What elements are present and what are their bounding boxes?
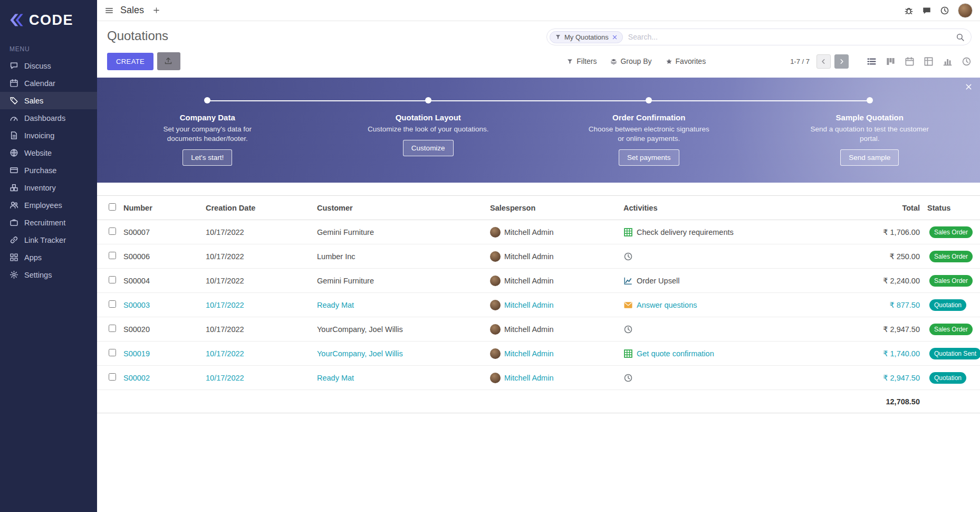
user-avatar[interactable] [958,3,973,18]
row-checkbox[interactable] [109,325,116,332]
clock-activity-icon[interactable] [623,325,633,334]
view-kanban-button[interactable] [886,56,896,67]
pager-next-button[interactable] [834,54,849,69]
column-header-salesperson[interactable]: Salesperson [488,196,621,220]
view-list-button[interactable] [867,56,877,67]
step-button[interactable]: Let's start! [182,149,232,166]
control-panel: Quotations My Quotations CREATE Filte [97,21,980,70]
activity-cell: Check delivery requirements [621,220,843,244]
spreadsheet-activity-icon[interactable] [623,227,633,237]
export-button[interactable] [157,52,180,70]
activity[interactable]: Order Upsell [623,276,679,286]
row-checkbox[interactable] [109,373,116,381]
activity-label: Order Upsell [637,277,679,285]
step-button[interactable]: Set payments [619,149,679,166]
customer-name: YourCompany, Joel Willis [315,342,488,366]
select-all-checkbox[interactable] [109,203,116,211]
view-pivot-button[interactable] [924,56,934,67]
row-checkbox[interactable] [109,252,116,259]
create-button[interactable]: CREATE [107,53,153,70]
favorites-button[interactable]: Favorites [666,57,706,65]
sidebar-item-sales[interactable]: Sales [0,92,97,109]
view-switcher [867,56,972,67]
row-checkbox[interactable] [109,349,116,356]
activity[interactable]: Check delivery requirements [623,227,734,237]
creation-date: 10/17/2022 [204,293,315,317]
activity[interactable] [623,325,633,334]
row-select-cell [97,366,121,390]
sidebar-item-apps[interactable]: Apps [0,249,97,266]
sidebar-item-invoicing[interactable]: Invoicing [0,127,97,144]
activity[interactable]: Answer questions [623,300,697,310]
messages-icon[interactable] [922,6,931,15]
search-facet[interactable]: My Quotations [550,31,623,43]
step-button[interactable]: Customize [403,140,454,156]
table-row[interactable]: S0002010/17/2022YourCompany, Joel Willis… [97,317,980,342]
sidebar-item-website[interactable]: Website [0,144,97,162]
column-header-customer[interactable]: Customer [315,196,488,220]
plus-icon[interactable] [152,6,160,14]
search-icon[interactable] [956,33,965,42]
sidebar-item-employees[interactable]: Employees [0,196,97,214]
table-row[interactable]: S0000610/17/2022Lumber IncMitchell Admin… [97,244,980,269]
salesperson: Mitchell Admin [490,251,553,262]
banner-close-icon[interactable] [965,83,973,91]
sidebar-item-inventory[interactable]: Inventory [0,179,97,196]
table-row[interactable]: S0000210/17/2022Ready MatMitchell Admin₹… [97,366,980,390]
active-app-name[interactable]: Sales [120,5,144,16]
view-activity-button[interactable] [962,56,972,67]
column-header-status[interactable]: Status [925,196,980,220]
clock-activity-icon[interactable] [623,252,633,261]
view-calendar-button[interactable] [905,56,915,67]
step-title: Quotation Layout [318,113,539,122]
activity[interactable] [623,252,633,261]
table-row[interactable]: S0000710/17/2022Gemini FurnitureMitchell… [97,220,980,244]
sidebar-item-recruitment[interactable]: Recruitment [0,214,97,231]
funnel-icon [566,58,573,65]
facet-remove-icon[interactable] [612,34,618,40]
pager-previous-button[interactable] [816,54,831,69]
chart-activity-icon[interactable] [623,276,633,286]
upload-icon [164,56,174,66]
table-row[interactable]: S0000310/17/2022Ready MatMitchell AdminA… [97,293,980,317]
step-button[interactable]: Send sample [840,149,899,166]
column-header-number[interactable]: Number [121,196,204,220]
sidebar-item-settings[interactable]: Settings [0,266,97,283]
website-icon [9,148,18,157]
activity[interactable]: Get quote confirmation [623,349,714,358]
debug-icon[interactable] [904,6,914,15]
sidebar-item-dashboards[interactable]: Dashboards [0,109,97,127]
topbar-right [904,3,973,18]
view-graph-button[interactable] [943,56,953,67]
sidebar-item-purchase[interactable]: Purchase [0,162,97,179]
app-logo[interactable]: CODE [0,0,97,40]
table-row[interactable]: S0001910/17/2022YourCompany, Joel Willis… [97,342,980,366]
table-row[interactable]: S0000410/17/2022Gemini FurnitureMitchell… [97,269,980,293]
sidebar-nav: DiscussCalendarSalesDashboardsInvoicingW… [0,57,97,283]
envelope-activity-icon[interactable] [623,300,633,310]
sidebar-item-discuss[interactable]: Discuss [0,57,97,74]
spreadsheet-activity-icon[interactable] [623,349,633,358]
salesperson-cell: Mitchell Admin [488,366,621,390]
sidebar-item-link-tracker[interactable]: Link Tracker [0,231,97,249]
column-header-date[interactable]: Creation Date [204,196,315,220]
inventory-icon [9,183,18,192]
sidebar-item-calendar[interactable]: Calendar [0,74,97,92]
row-checkbox[interactable] [109,276,116,283]
group-by-button[interactable]: Group By [610,57,651,65]
purchase-icon [9,166,18,175]
menu-toggle-icon[interactable] [104,6,114,15]
column-header-total[interactable]: Total [843,196,925,220]
step-description: Choose between electronic signatures or … [588,125,709,144]
row-checkbox[interactable] [109,227,116,235]
clock-activity-icon[interactable] [623,373,633,383]
activity[interactable] [623,373,633,383]
search-box[interactable]: My Quotations [546,29,972,45]
onboarding-step: Company DataSet your company's data for … [97,97,318,183]
column-header-activities[interactable]: Activities [621,196,843,220]
activity-label: Answer questions [637,301,697,309]
activities-icon[interactable] [940,6,949,15]
row-checkbox[interactable] [109,300,116,308]
search-input[interactable] [623,33,956,41]
filters-button[interactable]: Filters [566,57,597,65]
